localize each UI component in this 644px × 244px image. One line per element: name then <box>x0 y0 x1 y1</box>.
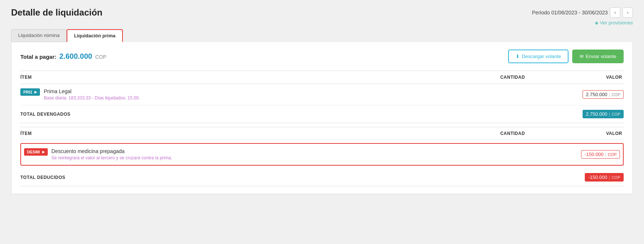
total-deducidos-label: TOTAL DEDUCIDOS <box>20 175 476 180</box>
email-icon: ✉ <box>580 54 584 59</box>
ver-provisiones-link[interactable]: ◈ Ver provisiones <box>595 20 633 26</box>
prev-period-button[interactable]: ‹ <box>610 7 620 18</box>
total-pagar-left: Total a pagar: 2.600.000 COP <box>20 52 107 61</box>
page-container: Detalle de liquidación Periodo 01/06/202… <box>0 0 644 244</box>
deducidos-item-row-highlighted: DESMI Descuento medicina prepagada Se re… <box>20 143 624 166</box>
total-devengados-tag: 2.750.000 | COP <box>583 110 624 118</box>
total-pagar-currency: COP <box>95 54 106 60</box>
tabs-row: Liquidación nómina Liquidación prima <box>11 29 633 42</box>
diamond-icon: ◈ <box>595 20 598 26</box>
total-devengados-label: TOTAL DEVENGADOS <box>20 112 476 117</box>
tab-nomina[interactable]: Liquidación nómina <box>11 29 67 42</box>
devengados-section: ÍTEM CANTIDAD VALOR PRI1 Prima Legal Bas… <box>20 71 624 123</box>
valor-tag-desmi: -150.000 | COP <box>581 150 620 159</box>
total-pagar-amount: 2.600.000 <box>59 52 92 61</box>
action-buttons: ⬇ Descargar volante ✉ Enviar volante <box>508 50 624 63</box>
total-deducidos-row: TOTAL DEDUCIDOS -150.000 | COP <box>20 169 624 186</box>
item-valor: 2.750.000 | COP <box>550 90 624 99</box>
deducidos-col-valor: VALOR <box>550 131 624 136</box>
devengados-col-item: ÍTEM <box>20 75 476 80</box>
total-devengados-row: TOTAL DEVENGADOS 2.750.000 | COP <box>20 105 624 123</box>
desmi-valor: -150.000 | COP <box>546 150 620 159</box>
item-name: Prima Legal <box>44 88 140 94</box>
deducidos-header: ÍTEM CANTIDAD VALOR <box>20 127 624 140</box>
deducidos-section: ÍTEM CANTIDAD VALOR DESMI Descuento medi… <box>20 127 624 186</box>
devengados-header: ÍTEM CANTIDAD VALOR <box>20 71 624 84</box>
item-badge-desmi: DESMI <box>24 148 48 156</box>
tab-prima[interactable]: Liquidación prima <box>67 29 123 42</box>
item-info-desmi: Descuento medicina prepagada Se reintegr… <box>51 148 172 160</box>
period-label: Periodo 01/06/2023 - 30/06/2023 <box>532 10 608 16</box>
page-title: Detalle de liquidación <box>11 7 103 18</box>
devengados-item-row: PRI1 Prima Legal Base diaria: 183,333.33… <box>20 84 624 105</box>
total-deducidos-valor: -150.000 | COP <box>550 173 624 182</box>
total-pagar-label: Total a pagar: <box>20 54 56 60</box>
header-right: Periodo 01/06/2023 - 30/06/2023 ‹ › ◈ Ve… <box>532 7 633 26</box>
item-badge-pri1: PRI1 <box>20 88 40 96</box>
total-pagar-row: Total a pagar: 2.600.000 COP ⬇ Descargar… <box>20 50 624 63</box>
header-row: Detalle de liquidación Periodo 01/06/202… <box>11 7 633 26</box>
total-devengados-valor: 2.750.000 | COP <box>550 110 624 118</box>
deducidos-col-item: ÍTEM <box>20 131 476 136</box>
descargar-volante-button[interactable]: ⬇ Descargar volante <box>508 50 568 63</box>
total-deducidos-tag: -150.000 | COP <box>585 173 624 182</box>
deducidos-col-cantidad: CANTIDAD <box>476 131 550 136</box>
next-period-button[interactable]: › <box>623 7 633 18</box>
devengados-col-cantidad: CANTIDAD <box>476 75 550 80</box>
download-icon: ⬇ <box>516 54 520 59</box>
valor-tag-pri1: 2.750.000 | COP <box>583 90 624 99</box>
item-detail: Base diaria: 183,333.33 - Días liquidado… <box>44 95 140 101</box>
content-card: Total a pagar: 2.600.000 COP ⬇ Descargar… <box>11 42 633 194</box>
enviar-volante-button[interactable]: ✉ Enviar volante <box>572 50 624 63</box>
item-detail-desmi: Se reintegrará el valor al tercero y se … <box>51 155 172 160</box>
item-left: PRI1 Prima Legal Base diaria: 183,333.33… <box>20 88 476 101</box>
item-info: Prima Legal Base diaria: 183,333.33 - Dí… <box>44 88 140 101</box>
item-name-desmi: Descuento medicina prepagada <box>51 148 172 154</box>
devengados-col-valor: VALOR <box>550 75 624 80</box>
period-nav: Periodo 01/06/2023 - 30/06/2023 ‹ › <box>532 7 633 18</box>
item-left-desmi: DESMI Descuento medicina prepagada Se re… <box>24 148 472 160</box>
